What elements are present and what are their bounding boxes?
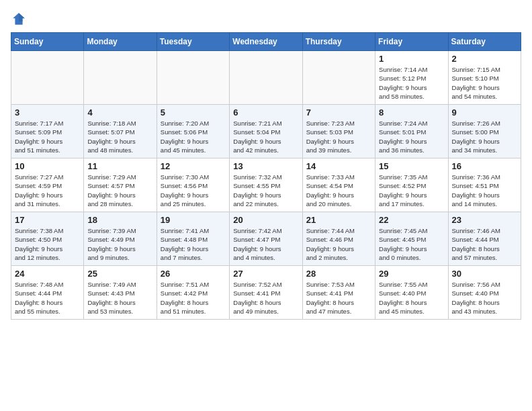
day-detail: Sunrise: 7:38 AM Sunset: 4:50 PM Dayligh… <box>15 226 80 262</box>
day-number: 1 <box>379 54 444 64</box>
calendar-cell: 1Sunrise: 7:14 AM Sunset: 5:12 PM Daylig… <box>375 51 448 105</box>
day-number: 21 <box>306 215 371 225</box>
logo <box>11 11 28 27</box>
day-number: 11 <box>87 161 152 171</box>
day-number: 10 <box>15 161 80 171</box>
day-detail: Sunrise: 7:41 AM Sunset: 4:48 PM Dayligh… <box>161 226 226 262</box>
calendar-cell <box>302 51 375 105</box>
calendar-cell: 4Sunrise: 7:18 AM Sunset: 5:07 PM Daylig… <box>84 105 157 158</box>
day-detail: Sunrise: 7:39 AM Sunset: 4:49 PM Dayligh… <box>87 226 152 262</box>
day-detail: Sunrise: 7:49 AM Sunset: 4:43 PM Dayligh… <box>87 280 152 316</box>
calendar-cell: 2Sunrise: 7:15 AM Sunset: 5:10 PM Daylig… <box>448 51 521 105</box>
day-detail: Sunrise: 7:44 AM Sunset: 4:46 PM Dayligh… <box>306 226 371 262</box>
day-number: 30 <box>452 269 517 279</box>
calendar-week-3: 10Sunrise: 7:27 AM Sunset: 4:59 PM Dayli… <box>11 158 521 212</box>
weekday-header-row: SundayMondayTuesdayWednesdayThursdayFrid… <box>11 33 521 51</box>
weekday-header-saturday: Saturday <box>448 33 521 51</box>
page-header <box>11 11 521 27</box>
weekday-header-thursday: Thursday <box>302 33 375 51</box>
day-detail: Sunrise: 7:18 AM Sunset: 5:07 PM Dayligh… <box>87 119 152 154</box>
calendar-cell: 29Sunrise: 7:55 AM Sunset: 4:40 PM Dayli… <box>375 266 448 320</box>
day-detail: Sunrise: 7:35 AM Sunset: 4:52 PM Dayligh… <box>379 173 444 208</box>
calendar-cell: 19Sunrise: 7:41 AM Sunset: 4:48 PM Dayli… <box>157 212 229 266</box>
calendar-cell: 5Sunrise: 7:20 AM Sunset: 5:06 PM Daylig… <box>157 105 229 158</box>
day-detail: Sunrise: 7:27 AM Sunset: 4:59 PM Dayligh… <box>15 173 80 208</box>
calendar-cell: 23Sunrise: 7:46 AM Sunset: 4:44 PM Dayli… <box>448 212 521 266</box>
calendar-cell: 30Sunrise: 7:56 AM Sunset: 4:40 PM Dayli… <box>448 266 521 320</box>
calendar-cell <box>230 51 302 105</box>
calendar-cell: 25Sunrise: 7:49 AM Sunset: 4:43 PM Dayli… <box>84 266 157 320</box>
weekday-header-monday: Monday <box>84 33 157 51</box>
day-number: 6 <box>233 107 298 118</box>
day-number: 15 <box>379 161 444 171</box>
day-detail: Sunrise: 7:15 AM Sunset: 5:10 PM Dayligh… <box>452 65 517 101</box>
day-number: 3 <box>15 107 80 118</box>
day-detail: Sunrise: 7:55 AM Sunset: 4:40 PM Dayligh… <box>379 280 444 316</box>
calendar-cell: 27Sunrise: 7:52 AM Sunset: 4:41 PM Dayli… <box>230 266 302 320</box>
calendar-cell: 14Sunrise: 7:33 AM Sunset: 4:54 PM Dayli… <box>302 158 375 212</box>
day-number: 9 <box>452 107 517 118</box>
calendar-week-4: 17Sunrise: 7:38 AM Sunset: 4:50 PM Dayli… <box>11 212 521 266</box>
calendar-cell: 26Sunrise: 7:51 AM Sunset: 4:42 PM Dayli… <box>157 266 229 320</box>
day-detail: Sunrise: 7:17 AM Sunset: 5:09 PM Dayligh… <box>15 119 80 154</box>
calendar-cell: 6Sunrise: 7:21 AM Sunset: 5:04 PM Daylig… <box>230 105 302 158</box>
calendar-table: SundayMondayTuesdayWednesdayThursdayFrid… <box>11 32 521 320</box>
calendar-cell: 13Sunrise: 7:32 AM Sunset: 4:55 PM Dayli… <box>230 158 302 212</box>
day-number: 8 <box>379 107 444 118</box>
day-number: 14 <box>306 161 371 171</box>
calendar-cell: 17Sunrise: 7:38 AM Sunset: 4:50 PM Dayli… <box>11 212 84 266</box>
day-number: 26 <box>161 269 226 279</box>
day-detail: Sunrise: 7:32 AM Sunset: 4:55 PM Dayligh… <box>233 173 298 208</box>
day-detail: Sunrise: 7:33 AM Sunset: 4:54 PM Dayligh… <box>306 173 371 208</box>
calendar-cell: 3Sunrise: 7:17 AM Sunset: 5:09 PM Daylig… <box>11 105 84 158</box>
day-detail: Sunrise: 7:29 AM Sunset: 4:57 PM Dayligh… <box>87 173 152 208</box>
calendar-cell: 11Sunrise: 7:29 AM Sunset: 4:57 PM Dayli… <box>84 158 157 212</box>
day-detail: Sunrise: 7:56 AM Sunset: 4:40 PM Dayligh… <box>452 280 517 316</box>
logo-icon <box>11 11 27 27</box>
calendar-cell: 12Sunrise: 7:30 AM Sunset: 4:56 PM Dayli… <box>157 158 229 212</box>
calendar-cell: 15Sunrise: 7:35 AM Sunset: 4:52 PM Dayli… <box>375 158 448 212</box>
calendar-cell <box>157 51 229 105</box>
weekday-header-sunday: Sunday <box>11 33 84 51</box>
day-number: 12 <box>161 161 226 171</box>
day-number: 17 <box>15 215 80 225</box>
day-detail: Sunrise: 7:26 AM Sunset: 5:00 PM Dayligh… <box>452 119 517 154</box>
day-detail: Sunrise: 7:21 AM Sunset: 5:04 PM Dayligh… <box>233 119 298 154</box>
day-number: 16 <box>452 161 517 171</box>
calendar-header: SundayMondayTuesdayWednesdayThursdayFrid… <box>11 33 521 51</box>
calendar-week-5: 24Sunrise: 7:48 AM Sunset: 4:44 PM Dayli… <box>11 266 521 320</box>
day-number: 4 <box>87 107 152 118</box>
calendar-week-2: 3Sunrise: 7:17 AM Sunset: 5:09 PM Daylig… <box>11 105 521 158</box>
day-detail: Sunrise: 7:53 AM Sunset: 4:41 PM Dayligh… <box>306 280 371 316</box>
day-detail: Sunrise: 7:24 AM Sunset: 5:01 PM Dayligh… <box>379 119 444 154</box>
calendar-cell: 21Sunrise: 7:44 AM Sunset: 4:46 PM Dayli… <box>302 212 375 266</box>
day-number: 7 <box>306 107 371 118</box>
day-number: 24 <box>15 269 80 279</box>
day-detail: Sunrise: 7:30 AM Sunset: 4:56 PM Dayligh… <box>161 173 226 208</box>
calendar-cell <box>84 51 157 105</box>
day-number: 28 <box>306 269 371 279</box>
day-detail: Sunrise: 7:46 AM Sunset: 4:44 PM Dayligh… <box>452 226 517 262</box>
day-detail: Sunrise: 7:51 AM Sunset: 4:42 PM Dayligh… <box>161 280 226 316</box>
day-number: 25 <box>87 269 152 279</box>
calendar-cell: 16Sunrise: 7:36 AM Sunset: 4:51 PM Dayli… <box>448 158 521 212</box>
calendar-cell: 18Sunrise: 7:39 AM Sunset: 4:49 PM Dayli… <box>84 212 157 266</box>
day-number: 13 <box>233 161 298 171</box>
calendar-week-1: 1Sunrise: 7:14 AM Sunset: 5:12 PM Daylig… <box>11 51 521 105</box>
day-number: 18 <box>87 215 152 225</box>
day-detail: Sunrise: 7:52 AM Sunset: 4:41 PM Dayligh… <box>233 280 298 316</box>
calendar-body: 1Sunrise: 7:14 AM Sunset: 5:12 PM Daylig… <box>11 51 521 320</box>
calendar-cell: 20Sunrise: 7:42 AM Sunset: 4:47 PM Dayli… <box>230 212 302 266</box>
calendar-cell: 28Sunrise: 7:53 AM Sunset: 4:41 PM Dayli… <box>302 266 375 320</box>
calendar-cell <box>11 51 84 105</box>
weekday-header-tuesday: Tuesday <box>157 33 229 51</box>
day-detail: Sunrise: 7:42 AM Sunset: 4:47 PM Dayligh… <box>233 226 298 262</box>
day-detail: Sunrise: 7:45 AM Sunset: 4:45 PM Dayligh… <box>379 226 444 262</box>
weekday-header-wednesday: Wednesday <box>230 33 302 51</box>
day-number: 5 <box>161 107 226 118</box>
day-detail: Sunrise: 7:23 AM Sunset: 5:03 PM Dayligh… <box>306 119 371 154</box>
calendar-cell: 24Sunrise: 7:48 AM Sunset: 4:44 PM Dayli… <box>11 266 84 320</box>
day-number: 22 <box>379 215 444 225</box>
svg-marker-1 <box>19 13 25 21</box>
day-number: 27 <box>233 269 298 279</box>
